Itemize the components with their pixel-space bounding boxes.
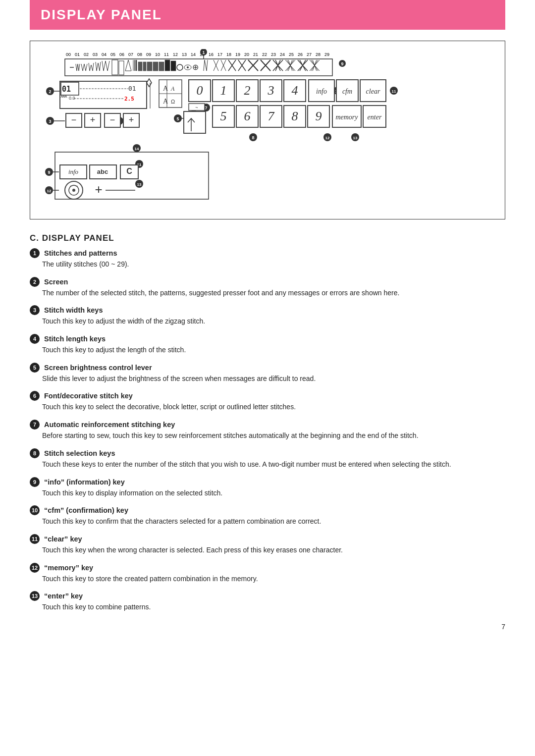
svg-text:abc: abc bbox=[97, 168, 108, 175]
svg-text:2.5: 2.5 bbox=[124, 96, 134, 102]
item-3-title-text: Stitch width keys bbox=[44, 306, 103, 314]
descriptions: 1 Stitches and patterns The utility stit… bbox=[30, 248, 505, 613]
callout-4: 4 bbox=[30, 334, 40, 344]
svg-text:20: 20 bbox=[244, 52, 249, 57]
svg-text:12: 12 bbox=[173, 52, 178, 57]
svg-text:A: A bbox=[170, 85, 175, 92]
item-6: 6 Font/decorative stitch key Touch this … bbox=[30, 391, 505, 413]
svg-text:21: 21 bbox=[253, 52, 258, 57]
callout-10: 10 bbox=[30, 505, 40, 515]
svg-text:+: + bbox=[90, 115, 96, 125]
svg-text:03: 03 bbox=[93, 52, 98, 57]
item-3: 3 Stitch width keys Touch this key to ad… bbox=[30, 305, 505, 327]
svg-rect-43 bbox=[147, 62, 152, 71]
svg-text:5: 5 bbox=[176, 116, 179, 121]
item-7-title: 7 Automatic reinforcement stitching key bbox=[30, 420, 505, 430]
item-9-title-text: “info” (information) key bbox=[44, 478, 125, 486]
svg-text:2: 2 bbox=[244, 83, 251, 98]
diagram-box: 00 01 02 03 04 05 06 07 08 09 10 11 12 1… bbox=[30, 41, 505, 219]
item-4-text: Touch this key to adjust the length of t… bbox=[42, 345, 505, 356]
callout-1: 1 bbox=[30, 248, 40, 258]
panel-diagram: 00 01 02 03 04 05 06 07 08 09 10 11 12 1… bbox=[40, 49, 506, 208]
svg-text:09: 09 bbox=[146, 52, 151, 57]
svg-text:02: 02 bbox=[84, 52, 89, 57]
svg-text:00: 00 bbox=[66, 52, 71, 57]
svg-text:⊕: ⊕ bbox=[192, 63, 199, 71]
svg-text:01: 01 bbox=[75, 52, 80, 57]
svg-text:1: 1 bbox=[202, 50, 205, 55]
item-6-title: 6 Font/decorative stitch key bbox=[30, 391, 505, 401]
item-4-title: 4 Stitch length keys bbox=[30, 334, 505, 344]
item-8-title-text: Stitch selection keys bbox=[44, 449, 115, 457]
svg-point-50 bbox=[187, 66, 189, 68]
item-2: 2 Screen The number of the selected stit… bbox=[30, 277, 505, 299]
svg-text:4: 4 bbox=[292, 83, 298, 98]
svg-text:25: 25 bbox=[289, 52, 294, 57]
svg-text:3: 3 bbox=[49, 119, 51, 124]
svg-text:04: 04 bbox=[102, 52, 107, 57]
title-bar: DISPLAY PANEL bbox=[30, 0, 505, 30]
svg-text:cfm: cfm bbox=[342, 88, 352, 95]
item-5-text: Slide this lever to adjust the brightnes… bbox=[42, 374, 505, 384]
svg-text:18: 18 bbox=[226, 52, 231, 57]
item-10-text: Touch this key to confirm that the chara… bbox=[42, 516, 505, 527]
svg-text:23: 23 bbox=[271, 52, 276, 57]
svg-text:−: − bbox=[71, 115, 77, 125]
svg-text:C: C bbox=[126, 167, 132, 175]
callout-2: 2 bbox=[30, 277, 40, 287]
svg-text:clear: clear bbox=[366, 88, 380, 95]
svg-text:12: 12 bbox=[47, 189, 52, 193]
item-13-text: Touch this key to combine patterns. bbox=[42, 602, 505, 613]
svg-text:7: 7 bbox=[268, 109, 275, 123]
svg-text:07: 07 bbox=[128, 52, 133, 57]
callout-3: 3 bbox=[30, 305, 40, 315]
svg-text:9: 9 bbox=[316, 109, 322, 123]
item-5-title-text: Screen brightness control lever bbox=[44, 364, 152, 372]
svg-text:26: 26 bbox=[298, 52, 303, 57]
svg-text:01: 01 bbox=[128, 85, 136, 92]
item-12-title: 12 “memory” key bbox=[30, 563, 505, 573]
svg-text:19: 19 bbox=[235, 52, 240, 57]
item-11-text: Touch this key when the wrong character … bbox=[42, 545, 505, 556]
svg-text:27: 27 bbox=[307, 52, 312, 57]
svg-text:1: 1 bbox=[220, 83, 227, 98]
item-9-text: Touch this key to display information on… bbox=[42, 488, 505, 499]
item-1-title-text: Stitches and patterns bbox=[44, 249, 117, 257]
item-9: 9 “info” (information) key Touch this ke… bbox=[30, 477, 505, 499]
svg-text:28: 28 bbox=[316, 52, 321, 57]
svg-text:~: ~ bbox=[195, 105, 198, 110]
svg-rect-47 bbox=[171, 61, 176, 71]
item-10-title-text: “cfm” (confirmation) key bbox=[44, 506, 128, 514]
item-10: 10 “cfm” (confirmation) key Touch this k… bbox=[30, 505, 505, 527]
item-10-title: 10 “cfm” (confirmation) key bbox=[30, 505, 505, 515]
svg-rect-45 bbox=[159, 62, 164, 71]
item-11-title-text: “clear” key bbox=[44, 535, 82, 543]
svg-text:−: − bbox=[110, 115, 115, 125]
svg-text:memory: memory bbox=[335, 113, 358, 121]
svg-text:9: 9 bbox=[48, 170, 50, 175]
item-12-text: Touch this key to store the created patt… bbox=[42, 574, 505, 585]
item-12: 12 “memory” key Touch this key to store … bbox=[30, 563, 505, 585]
svg-text:0: 0 bbox=[197, 83, 203, 98]
svg-text:info: info bbox=[316, 88, 327, 95]
svg-text:2: 2 bbox=[49, 89, 51, 94]
item-6-title-text: Font/decorative stitch key bbox=[44, 392, 133, 400]
svg-text:3: 3 bbox=[268, 83, 274, 98]
item-13-title: 13 “enter” key bbox=[30, 591, 505, 601]
svg-text:9: 9 bbox=[341, 61, 343, 66]
svg-text:info: info bbox=[68, 168, 79, 175]
svg-text:8: 8 bbox=[252, 135, 254, 140]
svg-text:A: A bbox=[163, 98, 168, 105]
svg-rect-41 bbox=[138, 62, 142, 71]
item-11-title: 11 “clear” key bbox=[30, 534, 505, 544]
svg-text:13: 13 bbox=[182, 52, 187, 57]
svg-point-158 bbox=[72, 189, 75, 192]
page-title: DISPLAY PANEL bbox=[41, 7, 494, 23]
item-7-text: Before starting to sew, touch this key t… bbox=[42, 431, 505, 441]
svg-text:14: 14 bbox=[135, 147, 139, 151]
callout-6: 6 bbox=[30, 391, 40, 401]
svg-text:14: 14 bbox=[191, 52, 196, 57]
svg-rect-44 bbox=[153, 62, 158, 71]
item-8-text: Touch these keys to enter the number of … bbox=[42, 459, 505, 470]
svg-text:12: 12 bbox=[325, 136, 330, 140]
